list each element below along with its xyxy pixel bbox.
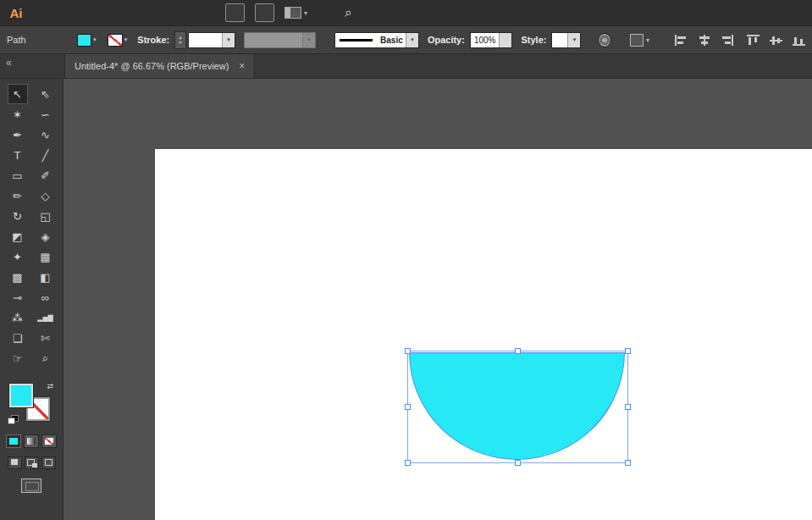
paintbrush-tool[interactable]: ✐ [36,165,56,185]
align-top-icon[interactable] [747,35,760,46]
selection-handle[interactable] [625,348,631,354]
default-fill-stroke-icon[interactable] [8,415,19,424]
symbol-sprayer-tool[interactable]: ⁂ [8,307,28,328]
stroke-preview-line [340,39,373,41]
selection-tool[interactable]: ↖ [8,84,28,104]
opacity-field[interactable]: 100% › [470,32,513,48]
close-icon[interactable]: × [239,60,245,72]
hand-tool[interactable]: ☞ [8,348,28,368]
color-button[interactable] [6,434,21,448]
pen-tool[interactable]: ✒ [8,124,28,145]
draw-inside-button[interactable] [41,456,56,469]
fill-dropdown-icon[interactable]: ▾ [93,36,97,43]
draw-behind-button[interactable] [25,456,39,469]
chevron-down-icon: ▾ [222,33,235,47]
stroke-dropdown-icon[interactable]: ▾ [124,36,128,43]
live-paint-bucket-tool[interactable]: ◈ [36,226,56,246]
selection-handle[interactable] [405,404,411,410]
screen-mode-button[interactable] [21,479,41,493]
document-tab[interactable]: Untitled-4* @ 66.67% (RGB/Preview) × [64,54,255,78]
fill-indicator[interactable] [9,384,33,407]
pencil-tool[interactable]: ✏ [8,185,28,206]
opacity-panel-arrow-icon: › [505,36,507,45]
stock-button[interactable] [255,3,274,22]
selection-handle[interactable] [405,460,411,466]
gradient-button[interactable] [24,434,39,448]
search-icon[interactable]: ⌕ [345,5,352,20]
collapse-panel-icon[interactable]: « [6,57,12,69]
stroke-style-dropdown[interactable]: Basic ▾ [334,32,419,48]
stroke-color-swatch[interactable] [108,34,122,47]
type-tool[interactable]: T [8,145,28,165]
illustrator-window: Ai ▾ ⌕ Path ▾ ▾ Stroke: ▲ ▼ ▾ [0,0,812,520]
chevron-down-icon: ▾ [406,33,418,47]
gradient-tool[interactable]: ◧ [36,267,56,287]
align-horizontal-center-icon[interactable] [698,35,710,46]
workspace-icon [284,7,301,19]
drawing-mode-buttons [0,456,63,469]
zoom-tool[interactable]: ⌕ [36,348,56,368]
graphic-style-dropdown[interactable]: ▾ [551,32,581,48]
selection-handle[interactable] [405,348,411,354]
stepper-down-icon: ▼ [179,40,183,45]
selection-handle[interactable] [625,460,631,466]
width-tool[interactable]: ✦ [8,246,28,267]
selection-handle[interactable] [625,404,631,410]
align-bottom-icon[interactable] [793,35,805,46]
paint-buttons [0,434,63,448]
recolor-artwork-icon[interactable] [598,33,611,47]
eraser-tool[interactable]: ◇ [36,185,56,206]
eyedropper-tool[interactable]: ⊸ [8,287,28,307]
transform-panel-button[interactable]: ▾ [611,34,649,47]
align-left-icon[interactable] [675,35,688,46]
slice-tool[interactable]: ✄ [36,328,56,348]
free-transform-tool[interactable]: ◱ [36,206,56,226]
style-label: Style: [521,35,546,45]
curvature-tool[interactable]: ∿ [36,124,56,145]
align-right-icon[interactable] [721,35,733,46]
opacity-label: Opacity: [428,35,465,45]
document-tab-bar: « Untitled-4* @ 66.67% (RGB/Preview) × [0,54,812,79]
menubar: Ai ▾ ⌕ [0,0,812,26]
swap-fill-stroke-icon[interactable]: ⇄ [47,382,53,390]
align-vertical-center-icon[interactable] [770,35,782,46]
rectangle-tool[interactable]: ▭ [8,165,28,185]
canvas[interactable] [64,79,812,520]
blend-tool[interactable]: ∞ [36,287,56,307]
artboard[interactable] [155,149,812,520]
selection-bounding-box [407,351,628,463]
draw-normal-button[interactable] [8,456,22,469]
stroke-weight-stepper[interactable]: ▲ ▼ [174,31,186,49]
selected-half-circle-shape[interactable] [409,352,625,460]
bridge-button[interactable] [225,3,245,22]
chevron-down-icon: ▾ [304,9,307,17]
stroke-label: Stroke: [137,35,169,45]
none-button[interactable] [41,434,57,448]
mesh-tool[interactable]: ▩ [8,267,28,287]
direct-selection-tool[interactable]: ⇖ [36,84,56,104]
align-buttons [675,35,805,46]
column-graph-tool[interactable]: ▂▅▇ [36,307,56,328]
app-logo: Ai [0,6,32,20]
context-label: Path [7,35,26,45]
artboard-tool[interactable]: ❏ [8,328,28,348]
chevron-down-icon: ▾ [646,36,649,44]
workspace-switcher[interactable]: ▾ [284,7,307,19]
stroke-weight-combobox[interactable]: ▾ [188,32,235,48]
selection-handle[interactable] [515,460,521,466]
fill-stroke-control: ⇄ [8,382,55,426]
rotate-tool[interactable]: ↻ [8,206,28,226]
lasso-tool[interactable]: ∽ [36,104,56,124]
magic-wand-tool[interactable]: ✶ [8,104,28,124]
menubar-badges: ▾ ⌕ [225,3,352,22]
fill-color-swatch[interactable] [77,34,91,47]
chevron-down-icon: ▾ [302,33,315,47]
perspective-grid-tool[interactable]: ▦ [36,246,56,267]
shape-builder-tool[interactable]: ◩ [8,226,28,246]
document-tab-title: Untitled-4* @ 66.67% (RGB/Preview) [75,61,229,71]
tool-grid: ↖⇖✶∽✒∿T╱▭✐✏◇↻◱◩◈✦▦▩◧⊸∞⁂▂▅▇❏✄☞⌕ [0,79,63,368]
selection-handle[interactable] [515,348,521,354]
chevron-down-icon: ▾ [567,33,580,47]
transform-icon [630,34,644,47]
line-segment-tool[interactable]: ╱ [36,145,56,165]
